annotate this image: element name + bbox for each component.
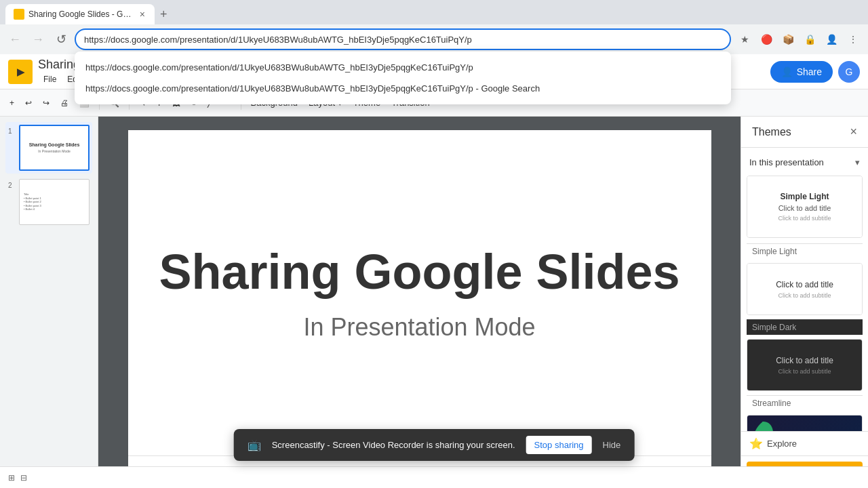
slide-preview-title-1: Sharing Google Slides — [29, 142, 80, 148]
theme-card-streamline[interactable]: Click to add title — [747, 415, 863, 431]
app: ▶ Sharing Google Slides File Edit View I… — [0, 54, 868, 488]
theme-card-current[interactable]: Simple Light Click to add title Click to… — [747, 176, 863, 238]
grid-view-icon[interactable]: ⊞ — [8, 473, 15, 483]
notification-icon: 📺 — [248, 439, 261, 451]
tab-favicon — [14, 9, 24, 20]
header-actions: 👤 Share G — [770, 61, 860, 83]
streamline-leaf-icon — [750, 418, 776, 431]
hide-button[interactable]: Hide — [603, 440, 621, 450]
themes-panel: Themes × In this presentation ▾ Simple L… — [741, 117, 868, 488]
themes-close-button[interactable]: × — [850, 125, 857, 139]
tab-close-button[interactable]: × — [138, 7, 146, 21]
explore-label: Explore — [767, 439, 797, 449]
dropdown-url-text: https://docs.google.com/presentation/d/1… — [85, 62, 473, 73]
theme-preview-streamline: Click to add title — [747, 415, 862, 431]
themes-title: Themes — [752, 126, 791, 138]
toolbar-add-btn[interactable]: + — [5, 96, 18, 110]
themes-section-label: In this presentation — [749, 157, 824, 167]
slide-preview-1[interactable]: Sharing Google Slides In Presentation Mo… — [19, 125, 90, 171]
menu-file[interactable]: File — [38, 73, 62, 85]
list-view-icon[interactable]: ⊟ — [20, 473, 27, 483]
themes-header: Themes × — [741, 117, 868, 148]
current-theme-title: Simple Light — [778, 192, 831, 201]
theme-section-streamline: Streamline Click to add title — [747, 395, 863, 431]
extension1-icon[interactable]: 🔴 — [757, 30, 776, 49]
browser-chrome: Sharing Google Slides - Goo... × + ← → ↺… — [0, 0, 868, 54]
notification-text: Screencastify - Screen Video Recorder is… — [272, 440, 515, 450]
app-logo: ▶ — [8, 60, 33, 84]
tab-bar: Sharing Google Slides - Goo... × + — [0, 0, 868, 24]
theme-preview-simple-light: Click to add title Click to add subtitle — [747, 264, 862, 314]
simple-light-subtitle: Click to add subtitle — [776, 292, 833, 299]
theme-text-current: Simple Light Click to add title Click to… — [778, 192, 831, 222]
user-avatar[interactable]: G — [838, 61, 860, 83]
theme-card-simple-dark[interactable]: Click to add title Click to add subtitle — [747, 339, 863, 391]
simple-dark-subtitle: Click to add subtitle — [776, 368, 833, 375]
forward-button[interactable]: → — [28, 30, 47, 49]
address-bar[interactable] — [75, 28, 731, 50]
profile-icon[interactable]: 👤 — [822, 30, 841, 49]
theme-name-simple-light: Simple Light — [747, 243, 863, 259]
slide-canvas[interactable]: Sharing Google Slides In Presentation Mo… — [128, 130, 711, 455]
theme-section-simple-dark: Simple Dark Click to add title Click to … — [747, 319, 863, 391]
logo-icon: ▶ — [17, 66, 24, 77]
themes-content: In this presentation ▾ Simple Light Clic… — [741, 148, 868, 431]
new-tab-button[interactable]: + — [157, 5, 170, 24]
nav-icons: ★ 🔴 📦 🔒 👤 ⋮ — [735, 30, 863, 49]
theme-preview-simple-dark: Click to add title Click to add subtitle — [747, 340, 862, 390]
toolbar-redo-btn[interactable]: ↪ — [39, 96, 54, 110]
simple-dark-title: Click to add title — [776, 356, 833, 365]
themes-section-arrow: ▾ — [855, 157, 860, 167]
slide-num-1: 1 — [8, 127, 16, 135]
slide-preview-content-2: Title• Bullet point 1• Bullet point 2• B… — [22, 191, 86, 213]
theme-name-simple-dark: Simple Dark — [747, 319, 863, 335]
slide-thumb-2[interactable]: 2 Title• Bullet point 1• Bullet point 2•… — [5, 176, 92, 228]
address-dropdown-search[interactable]: https://docs.google.com/presentation/d/1… — [75, 78, 731, 99]
slide-thumb-1[interactable]: 1 Sharing Google Slides In Presentation … — [5, 122, 92, 174]
menu-icon[interactable]: ⋮ — [844, 30, 863, 49]
active-tab[interactable]: Sharing Google Slides - Goo... × — [5, 4, 155, 24]
extension3-icon[interactable]: 🔒 — [800, 30, 819, 49]
slide-subtitle[interactable]: In Presentation Mode — [303, 313, 535, 342]
address-dropdown: https://docs.google.com/presentation/d/1… — [75, 52, 731, 104]
slide-preview-2[interactable]: Title• Bullet point 1• Bullet point 2• B… — [19, 179, 90, 225]
tab-title: Sharing Google Slides - Goo... — [28, 9, 134, 19]
back-button[interactable]: ← — [5, 30, 24, 49]
bookmarks-icon[interactable]: ★ — [735, 30, 754, 49]
theme-text-simple-light: Click to add title Click to add subtitle — [776, 280, 833, 299]
address-dropdown-url[interactable]: https://docs.google.com/presentation/d/1… — [75, 57, 731, 78]
status-left: ⊞ ⊟ — [8, 473, 27, 483]
toolbar-print-btn[interactable]: 🖨 — [56, 96, 73, 110]
themes-section-header: In this presentation ▾ — [747, 153, 863, 171]
refresh-button[interactable]: ↺ — [52, 30, 71, 49]
extension2-icon[interactable]: 📦 — [778, 30, 797, 49]
simple-light-title: Click to add title — [776, 280, 833, 289]
slide-num-2: 2 — [8, 182, 16, 189]
current-theme-click-subtitle: Click to add subtitle — [778, 215, 831, 222]
stop-sharing-button[interactable]: Stop sharing — [526, 436, 592, 454]
current-theme-click-title: Click to add title — [778, 204, 831, 212]
slides-panel: 1 Sharing Google Slides In Presentation … — [0, 117, 98, 488]
share-label: Share — [797, 66, 822, 77]
theme-section-simple-light: Simple Light Click to add title Click to… — [747, 243, 863, 315]
share-icon: 👤 — [781, 66, 793, 77]
notification-bar: 📺 Screencastify - Screen Video Recorder … — [234, 429, 635, 461]
themes-explore[interactable]: ⭐ Explore — [741, 431, 868, 455]
toolbar-undo-btn[interactable]: ↩ — [21, 96, 36, 110]
theme-card-simple-light[interactable]: Click to add title Click to add subtitle — [747, 263, 863, 315]
slide-title[interactable]: Sharing Google Slides — [159, 244, 679, 300]
status-bar: ⊞ ⊟ — [0, 466, 868, 488]
theme-preview-current: Simple Light Click to add title Click to… — [747, 176, 862, 237]
dropdown-search-text: https://docs.google.com/presentation/d/1… — [85, 83, 540, 94]
theme-text-simple-dark: Click to add title Click to add subtitle — [776, 356, 833, 375]
share-button[interactable]: 👤 Share — [770, 61, 833, 83]
explore-icon: ⭐ — [749, 437, 763, 450]
address-bar-container: https://docs.google.com/presentation/d/1… — [75, 28, 731, 50]
theme-name-streamline: Streamline — [747, 395, 863, 411]
slide-preview-subtitle-1: In Presentation Mode — [38, 149, 71, 153]
browser-nav: ← → ↺ https://docs.google.com/presentati… — [0, 24, 868, 54]
